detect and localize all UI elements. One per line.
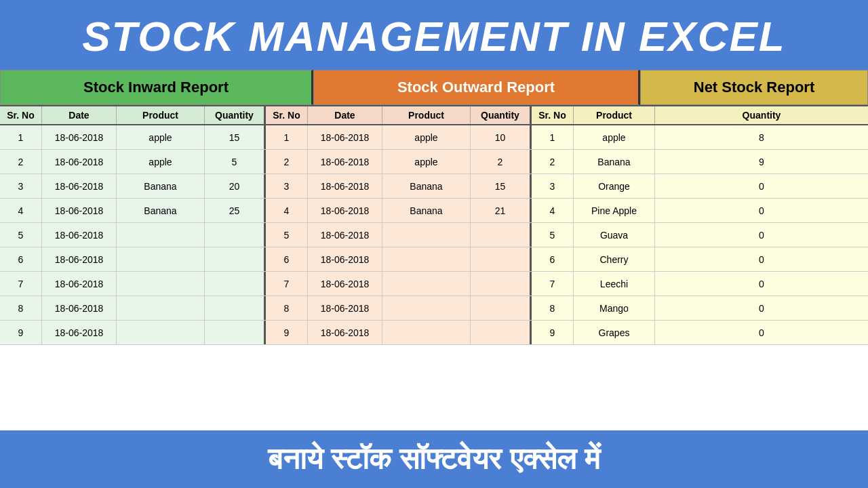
footer-text: बनाये स्टॉक सॉफ्टवेयर एक्सेल में (268, 442, 600, 476)
col-header-outward-date: Date (308, 106, 382, 124)
col-header-outward-qty: Quantity (471, 106, 532, 124)
column-headers: Sr. No Date Product Quantity Sr. No Date… (0, 105, 868, 125)
table-section: Stock Inward Report Stock Outward Report… (0, 70, 868, 430)
col-header-net-qty: Quantity (655, 106, 868, 124)
table-row: 8 18-06-2018 8 18-06-2018 8 Mango 0 (0, 296, 868, 321)
table-row: 5 18-06-2018 5 18-06-2018 5 Guava 0 (0, 223, 868, 247)
header-section: STOCK MANAGEMENT IN EXCEL (0, 0, 868, 70)
col-header-inward-product: Product (117, 106, 205, 124)
page-wrapper: STOCK MANAGEMENT IN EXCEL Stock Inward R… (0, 0, 868, 488)
table-row: 6 18-06-2018 6 18-06-2018 6 Cherry 0 (0, 247, 868, 272)
col-header-outward-product: Product (382, 106, 471, 124)
col-header-inward-srno: Sr. No (0, 106, 42, 124)
footer-section: बनाये स्टॉक सॉफ्टवेयर एक्सेल में (0, 430, 868, 488)
page-title: STOCK MANAGEMENT IN EXCEL (0, 12, 868, 60)
section-outward-header: Stock Outward Report (313, 70, 640, 105)
col-header-net-srno: Sr. No (532, 106, 574, 124)
table-row: 7 18-06-2018 7 18-06-2018 7 Leechi 0 (0, 272, 868, 296)
section-inward-header: Stock Inward Report (0, 70, 313, 105)
table-row: 4 18-06-2018 Banana 25 4 18-06-2018 Bana… (0, 199, 868, 223)
table-row: 9 18-06-2018 9 18-06-2018 9 Grapes 0 (0, 321, 868, 345)
col-header-net-product: Product (574, 106, 655, 124)
table-row: 1 18-06-2018 apple 15 1 18-06-2018 apple… (0, 125, 868, 150)
section-net-header: Net Stock Report (640, 70, 868, 105)
col-header-outward-srno: Sr. No (266, 106, 308, 124)
data-rows-container: 1 18-06-2018 apple 15 1 18-06-2018 apple… (0, 125, 868, 430)
col-header-inward-date: Date (42, 106, 117, 124)
table-row: 2 18-06-2018 apple 5 2 18-06-2018 apple … (0, 150, 868, 174)
col-header-inward-qty: Quantity (205, 106, 266, 124)
table-row: 3 18-06-2018 Banana 20 3 18-06-2018 Bana… (0, 174, 868, 199)
